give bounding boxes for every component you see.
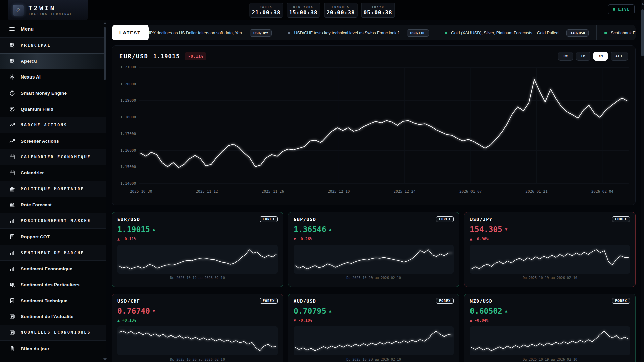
svg-text:1.20000: 1.20000 <box>120 82 136 86</box>
range-button-3m[interactable]: 3M <box>593 52 608 61</box>
pair-card-eur-usd[interactable]: EUR/USD FOREX 1.19015 ▲ ▲ -0.11% Du 2025… <box>112 212 283 287</box>
brand[interactable]: ♘ T2WIN TRADING TERMINAL <box>8 0 88 20</box>
page-scrollbar[interactable] <box>641 0 644 362</box>
sidebar-item-screener-actions[interactable]: Screener Actions <box>0 133 106 149</box>
svg-text:1.15000: 1.15000 <box>120 165 136 169</box>
sidebar-item-quantum-field[interactable]: Quantum Field <box>0 101 106 117</box>
clock-time-value: 20:00:38 <box>324 9 357 16</box>
sidebar-section-marche-actions[interactable]: MARCHE ACTIONS <box>0 117 106 133</box>
clock-time-value: 05:00:38 <box>361 9 394 16</box>
brand-logo-icon: ♘ <box>13 5 24 16</box>
pair-card-title: NZD/USD <box>470 298 492 304</box>
ticker-item[interactable]: Scotiabank Euro-to-Dollar Forecast: EUR/… <box>596 25 636 40</box>
price-trend-arrow-icon: ▲ <box>329 227 331 232</box>
sidebar-item-sentiment-des-particuliers[interactable]: Sentiment des Particuliers <box>0 277 106 293</box>
sidebar-label: NOUVELLES ECONOMIQUES <box>21 330 91 335</box>
sidebar-label: Smart Money Engine <box>21 91 67 96</box>
main-chart-header: EUR/USD 1.19015 -0.11% 1W1M3MALL <box>117 50 631 63</box>
sidebar-label: Sentiment Economique <box>21 266 72 271</box>
live-badge: LIVE <box>608 4 635 14</box>
sidebar-item-sentiment-technique[interactable]: Sentiment Technique <box>0 293 106 309</box>
main-chart-card: EUR/USD 1.19015 -0.11% 1W1M3MALL 1.21000… <box>112 45 636 205</box>
range-buttons: 1W1M3MALL <box>558 52 628 61</box>
main-change-badge: -0.11% <box>185 52 206 60</box>
news-icon <box>9 329 15 335</box>
users-icon <box>9 282 15 288</box>
main-line-chart[interactable]: 1.210001.200001.190001.180001.170001.160… <box>117 63 631 198</box>
bars-icon <box>9 250 15 256</box>
clock-city-label: LONDRES <box>324 5 357 9</box>
sidebar-item-rate-forecast[interactable]: Rate Forecast <box>0 197 106 213</box>
clock-tokyo: TOKYO 05:00:38 <box>361 3 395 18</box>
sidebar-scrollbar-thumb[interactable] <box>104 27 106 80</box>
main-content: LATEST USD/JPY declines as US Dollar fal… <box>107 20 644 362</box>
change-arrow-icon: ▼ <box>294 318 296 323</box>
pair-card-gbp-usd[interactable]: GBP/USD FOREX 1.36546 ▲ ▼ -0.26% Du 2025… <box>288 212 459 287</box>
pair-card-title: USD/JPY <box>470 217 492 222</box>
calendar-icon <box>9 154 15 160</box>
change-arrow-icon: ▲ <box>470 237 472 241</box>
sidebar-scroll-up-icon[interactable] <box>103 22 107 24</box>
clock-londres: LONDRES 20:00:38 <box>324 3 357 18</box>
pair-card-price: 0.60502 <box>470 307 502 315</box>
sidebar-label: Sentiment Technique <box>21 298 67 303</box>
pair-card-change: -0.26% <box>298 237 312 241</box>
clock-city-label: NEW YORK <box>287 5 320 9</box>
ticker-item[interactable]: Gold (XAUUSD), Silver, Platinum Forecast… <box>437 25 596 40</box>
range-button-all[interactable]: ALL <box>611 52 628 61</box>
ticker-item[interactable]: USD/CHF tests key technical level as Swi… <box>280 25 437 40</box>
pair-card-price: 1.36546 <box>294 225 326 234</box>
sidebar-item-calendrier[interactable]: Calendrier <box>0 165 106 181</box>
sparkline-panel <box>294 326 454 355</box>
list-icon <box>9 346 15 352</box>
ticker-headline: USD/CHF tests key technical level as Swi… <box>294 31 403 35</box>
sidebar-label: Sentiment des Particuliers <box>21 282 80 287</box>
pair-card-change: -0.04% <box>475 318 489 323</box>
sidebar-section-sentiment-de-marche[interactable]: SENTIMENT DE MARCHE <box>0 245 106 261</box>
pair-card-aud-usd[interactable]: AUD/USD FOREX 0.70795 ▲ ▼ -0.18% Du 2025… <box>288 294 459 362</box>
svg-text:2025-10-30: 2025-10-30 <box>130 189 152 194</box>
menu-label: Menu <box>21 26 34 32</box>
grid-icon <box>9 58 15 64</box>
pair-card-change: -0.18% <box>298 318 312 323</box>
sidebar-section-nouvelles-economiques[interactable]: NOUVELLES ECONOMIQUES <box>0 325 106 341</box>
range-button-1m[interactable]: 1M <box>576 52 590 61</box>
page-scrollbar-thumb[interactable] <box>641 9 644 56</box>
sidebar-section-principal[interactable]: PRINCIPAL <box>0 37 106 53</box>
pair-card-title: USD/CHF <box>117 298 140 304</box>
clock-new-york: NEW YORK 15:00:38 <box>287 3 320 18</box>
svg-text:1.18000: 1.18000 <box>120 115 136 119</box>
forex-badge: FOREX <box>612 298 630 304</box>
sidebar-item-sentiment-economique[interactable]: Sentiment Economique <box>0 261 106 277</box>
trend-icon <box>9 122 15 128</box>
trend-icon <box>9 138 15 144</box>
sidebar-item-rapport-cot[interactable]: Rapport COT <box>0 229 106 245</box>
sidebar-item-nexus-ai[interactable]: Nexus AI <box>0 69 106 85</box>
pair-card-price: 1.19015 <box>117 225 150 234</box>
bars-icon <box>9 266 15 272</box>
sidebar-item-smart-money-engine[interactable]: Smart Money Engine <box>0 85 106 101</box>
date-range-caption: Du 2025-10-20 au 2026-02-10 <box>117 358 278 361</box>
price-trend-arrow-icon: ▲ <box>505 309 507 313</box>
forex-badge: FOREX <box>260 216 278 222</box>
sidebar-item-sentiment-de-l-actualite[interactable]: Sentiment de l'Actualite <box>0 309 106 325</box>
sidebar-section-calendrier-economique[interactable]: CALENDRIER ECONOMIQUE <box>0 149 106 165</box>
range-button-1w[interactable]: 1W <box>558 52 573 61</box>
sidebar-item-bilan-du-jour[interactable]: Bilan du jour <box>0 341 106 357</box>
price-trend-arrow-icon: ▼ <box>153 309 155 313</box>
sidebar-label: Rate Forecast <box>21 202 52 207</box>
page-scroll-up-icon[interactable] <box>642 3 644 5</box>
clock-paris: PARIS 21:00:38 <box>249 3 283 18</box>
pair-card-nzd-usd[interactable]: NZD/USD FOREX 0.60502 ▲ ▲ -0.04% Du 2025… <box>464 294 636 362</box>
bank-icon <box>9 202 15 208</box>
pair-card-usd-jpy[interactable]: USD/JPY FOREX 154.305 ▼ ▲ -0.98% Du 2025… <box>464 212 636 287</box>
pair-card-usd-chf[interactable]: USD/CHF FOREX 0.76740 ▼ ▲ +0.13% Du 2025… <box>112 294 283 362</box>
sidebar-section-positionnement-marche[interactable]: POSITIONNEMENT MARCHE <box>0 213 106 229</box>
brand-subtitle: TRADING TERMINAL <box>28 13 73 16</box>
sidebar-scroll-down-icon[interactable] <box>103 358 107 361</box>
sidebar-item-apercu[interactable]: Apercu <box>0 53 106 69</box>
menu-button[interactable]: Menu <box>0 20 106 37</box>
sidebar-label: Rapport COT <box>21 234 50 239</box>
sidebar-section-politique-monetaire[interactable]: POLITIQUE MONETAIRE <box>0 181 106 197</box>
world-clocks: PARIS 21:00:38 NEW YORK 15:00:38 LONDRES… <box>249 3 395 18</box>
